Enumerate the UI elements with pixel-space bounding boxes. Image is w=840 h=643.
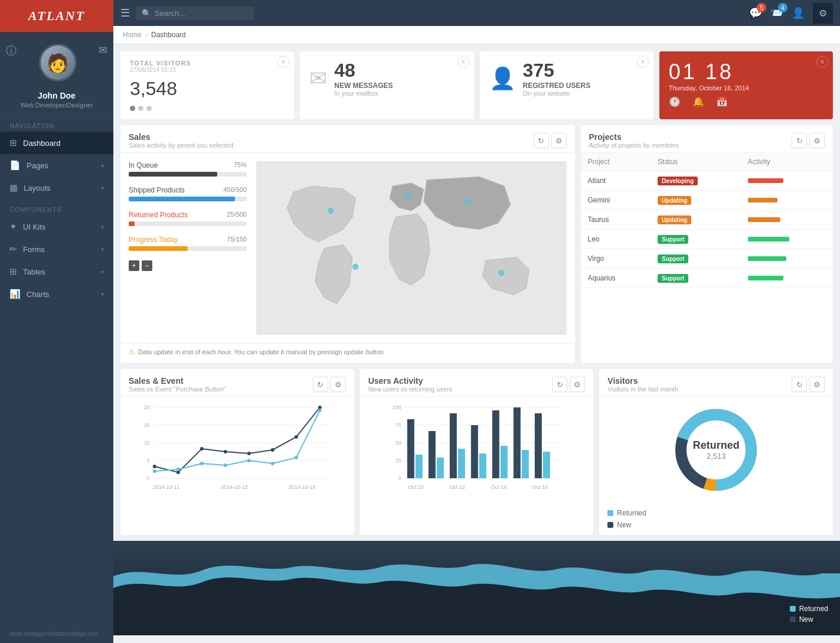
project-activity [741, 230, 833, 249]
sales-event-settings-btn[interactable]: ⚙ [331, 377, 346, 392]
user-icon-wrap[interactable]: 👤 [792, 6, 805, 19]
sidebar-item-layouts[interactable]: ▦ Layouts ▾ [0, 177, 113, 199]
svg-text:10: 10 [144, 440, 150, 446]
topbar: ☰ 🔍 💬 5 📨 4 👤 ⚙ [113, 0, 840, 26]
close-clock-btn[interactable]: × [816, 56, 828, 68]
charts-row: Sales & Event Sales vs Event "Purchase B… [113, 363, 840, 535]
sales-settings-btn[interactable]: ⚙ [551, 133, 567, 148]
sales-event-refresh-btn[interactable]: ↻ [313, 377, 328, 392]
visitors-panel-actions: ↻ ⚙ [792, 377, 825, 392]
sidebar-item-charts[interactable]: 📊 Charts ▾ [0, 283, 113, 305]
breadcrumb-separator: › [145, 31, 148, 39]
messages-body: ✉ 48 NEW MESSAGES In your mailbox [309, 60, 464, 97]
users-activity-refresh-btn[interactable]: ↻ [552, 377, 567, 392]
sidebar-item-dashboard[interactable]: ⊞ Dashboard [0, 132, 113, 154]
visitors-settings-btn[interactable]: ⚙ [809, 377, 825, 392]
messages-badge: 5 [757, 3, 766, 12]
projects-panel: Projects Activity of projects by members… [581, 125, 834, 363]
status-badge: Support [658, 235, 688, 244]
progress-label: Progress Today [129, 236, 178, 244]
charts-chevron: ▾ [101, 291, 104, 298]
bar-chart-svg: 100 75 50 25 0 [367, 402, 587, 496]
mail-icon[interactable]: ✉ [99, 44, 107, 81]
clock-icon[interactable]: 🕐 [669, 96, 681, 107]
sales-title: Sales [129, 132, 233, 142]
svg-point-27 [224, 464, 227, 467]
main-content: ☰ 🔍 💬 5 📨 4 👤 ⚙ Home › Dashboard [113, 0, 840, 643]
users-activity-settings-btn[interactable]: ⚙ [570, 377, 585, 392]
donut-container: Returned 2,513 [672, 406, 760, 494]
settings-gear-btn[interactable]: ⚙ [813, 3, 833, 24]
breadcrumb-current: Dashboard [151, 31, 186, 39]
project-status: Developing [651, 171, 741, 191]
wave-dot-new [790, 616, 796, 622]
sidebar-item-tables-label: Tables [23, 267, 45, 276]
calendar-icon[interactable]: 📅 [716, 96, 728, 107]
pages-chevron: ▾ [101, 162, 104, 169]
sales-refresh-btn[interactable]: ↻ [534, 133, 549, 148]
shipped-label: Shipped Products [129, 186, 185, 194]
project-name: Leo [581, 230, 651, 249]
svg-rect-55 [514, 407, 521, 478]
sales-subtitle: Sales activity by period you selected [129, 142, 233, 149]
svg-rect-47 [429, 431, 436, 478]
app-logo[interactable]: ATLANT [0, 0, 113, 32]
stat-card-visitors: × TOTAL VISITORS 27/08/2014 15:23 3,548 [120, 51, 294, 119]
status-badge: Support [658, 274, 688, 283]
breadcrumb-home[interactable]: Home [123, 31, 142, 39]
search-input[interactable] [155, 9, 237, 18]
visitors-panel: Visitors Visitors in the last month ↻ ⚙ [599, 369, 833, 535]
stat-cards-row: × TOTAL VISITORS 27/08/2014 15:23 3,548 … [113, 44, 840, 119]
project-status: Support [651, 269, 741, 288]
status-badge: Support [658, 254, 688, 263]
users-activity-header: Users Activity New users vs returning us… [360, 369, 594, 397]
user-icon: 👤 [792, 7, 805, 19]
progress-val: 75/150 [227, 236, 247, 244]
queue-progress [129, 172, 247, 177]
svg-text:Oct 16: Oct 16 [532, 484, 548, 490]
project-activity [741, 191, 833, 210]
info-icon[interactable]: ⓘ [6, 44, 17, 81]
world-map-svg [256, 161, 567, 335]
close-users-btn[interactable]: × [637, 56, 649, 68]
projects-settings-btn[interactable]: ⚙ [809, 133, 825, 148]
sidebar-item-pages[interactable]: 📄 Pages ▾ [0, 154, 113, 177]
close-messages-btn[interactable]: × [457, 56, 469, 68]
queue-pct: 75% [234, 161, 247, 169]
project-status: Support [651, 249, 741, 269]
tables-icon: ⊞ [9, 266, 17, 277]
map-minus-btn[interactable]: − [142, 260, 152, 271]
close-visitors-btn[interactable]: × [277, 56, 289, 68]
menu-toggle-icon[interactable]: ☰ [120, 6, 130, 19]
legend-dot-new [607, 522, 613, 528]
project-name: Atlant [581, 171, 651, 191]
svg-text:5: 5 [147, 458, 150, 464]
search-box: 🔍 [136, 6, 254, 20]
svg-rect-45 [407, 419, 414, 478]
forms-icon: ✏ [9, 244, 17, 254]
project-name: Taurus [581, 210, 651, 230]
layouts-icon: ▦ [9, 182, 18, 193]
sidebar-item-tables[interactable]: ⊞ Tables ▾ [0, 260, 113, 283]
visitors-refresh-btn[interactable]: ↻ [792, 377, 807, 392]
sales-event-header: Sales & Event Sales vs Event "Purchase B… [120, 369, 354, 397]
svg-point-19 [224, 450, 227, 453]
messages-icon-wrap[interactable]: 💬 5 [749, 6, 762, 19]
bell-icon[interactable]: 🔔 [692, 96, 704, 107]
legend-new: New [607, 521, 825, 529]
projects-table-header: Project Status Activity [581, 153, 834, 171]
data-note-text: Data update in end of each hour. You can… [138, 348, 384, 355]
projects-subtitle: Activity of projects by members [589, 142, 679, 149]
donut-label: Returned 2,513 [693, 439, 740, 461]
svg-text:Oct 10: Oct 10 [408, 484, 424, 490]
map-plus-btn[interactable]: + [129, 260, 139, 271]
chat-icon-wrap[interactable]: 📨 4 [770, 6, 783, 19]
svg-rect-54 [501, 446, 508, 478]
warning-icon: ⚠ [129, 348, 135, 356]
sidebar-footer: www.heritagechristiancollege.com [0, 625, 113, 643]
projects-refresh-btn[interactable]: ↻ [792, 133, 807, 148]
sidebar-item-forms[interactable]: ✏ Forms ▾ [0, 238, 113, 260]
messages-label: NEW MESSAGES [334, 81, 393, 90]
svg-rect-57 [535, 413, 542, 478]
sidebar-item-uikits[interactable]: ✦ UI Kits ▾ [0, 216, 113, 238]
